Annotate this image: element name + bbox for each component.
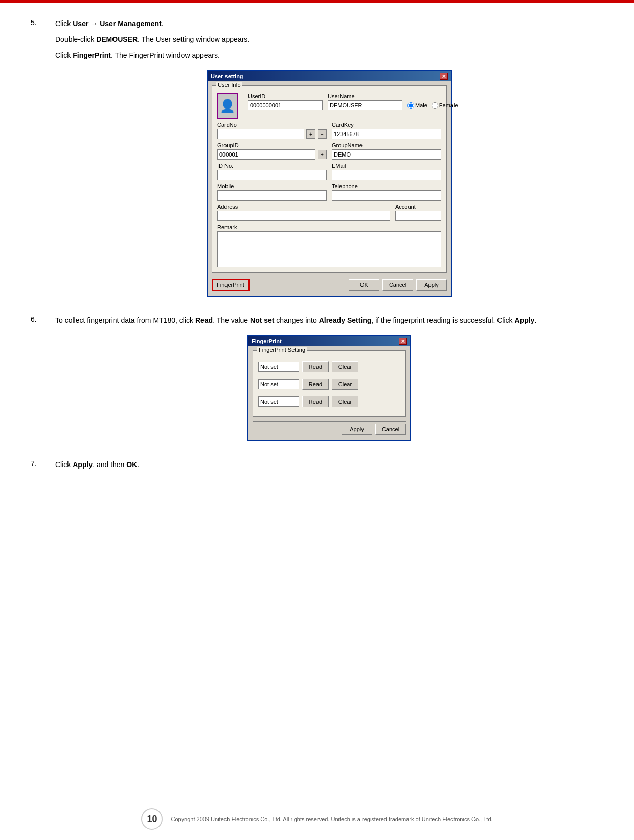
step-7: 7. Click Apply, and then OK. xyxy=(31,459,603,475)
step-6: 6. To collect fingerprint data from MT18… xyxy=(31,315,603,445)
user-info-row2: CardNo + − CardKey xyxy=(217,122,441,139)
cardkey-label: CardKey xyxy=(332,122,441,128)
fingerprint-body: FingerPrint Setting Read Clear Read Clea… xyxy=(248,346,410,440)
copyright-text: Copyright 2009 Unitech Electronics Co., … xyxy=(171,816,492,822)
groupid-col: GroupID + xyxy=(217,142,327,160)
gender-female-input[interactable] xyxy=(432,102,438,109)
groupname-field-group: GroupName xyxy=(332,142,441,160)
step-number-7: 7. xyxy=(31,459,47,468)
user-info-group: User Info 👤 UserID UserName xyxy=(212,85,447,273)
user-setting-close-btn[interactable]: ✕ xyxy=(440,73,448,80)
remark-textarea[interactable] xyxy=(217,231,441,267)
groupid-row: + xyxy=(217,149,327,160)
user-info-row3: GroupID + GroupName xyxy=(217,142,441,160)
account-field-group: Account xyxy=(395,204,441,221)
cardkey-field-group: CardKey xyxy=(332,122,441,139)
mobile-input[interactable] xyxy=(217,190,327,201)
email-field-group: EMail xyxy=(332,163,441,180)
cardno-field-group: CardNo + − xyxy=(217,122,327,139)
gender-female-label: Female xyxy=(439,102,458,108)
address-input[interactable] xyxy=(217,211,390,221)
fp-clear-btn-2[interactable]: Clear xyxy=(332,379,358,390)
user-setting-footer: FingerPrint OK Cancel Apply xyxy=(212,277,447,292)
user-info-row5: Mobile Telephone xyxy=(217,183,441,201)
fp-cancel-btn[interactable]: Cancel xyxy=(375,424,406,435)
step-number-6: 6. xyxy=(31,315,47,323)
idno-field-group: ID No. xyxy=(217,163,327,180)
email-label: EMail xyxy=(332,163,441,169)
account-input[interactable] xyxy=(395,211,441,221)
mobile-label: Mobile xyxy=(217,183,327,189)
top-red-bar xyxy=(0,0,634,3)
cardno-col: CardNo + − xyxy=(217,122,327,139)
telephone-input[interactable] xyxy=(332,190,441,201)
fp-read-btn-2[interactable]: Read xyxy=(302,379,329,390)
fingerprint-dialog-container: FingerPrint ✕ FingerPrint Setting Read C… xyxy=(55,331,603,445)
ok-button[interactable]: OK xyxy=(349,279,379,291)
fp-value-3[interactable] xyxy=(258,396,299,407)
user-info-row1: 👤 UserID UserName xyxy=(217,93,441,119)
user-setting-dialog: User setting ✕ User Info 👤 UserID xyxy=(207,70,452,297)
user-info-row4: ID No. EMail xyxy=(217,163,441,180)
username-input[interactable] xyxy=(328,100,402,110)
cardno-row: + − xyxy=(217,129,327,139)
remark-label: Remark xyxy=(217,224,441,230)
user-setting-title: User setting xyxy=(211,73,243,79)
cancel-button[interactable]: Cancel xyxy=(382,279,413,291)
cardno-input[interactable] xyxy=(217,129,304,139)
groupid-plus-btn[interactable]: + xyxy=(318,150,327,159)
fingerprint-button[interactable]: FingerPrint xyxy=(212,279,250,291)
step-6-line-1: To collect fingerprint data from MT180, … xyxy=(55,315,603,326)
userid-input[interactable] xyxy=(248,100,323,110)
gender-male-radio[interactable]: Male xyxy=(407,102,427,109)
fp-row-1: Read Clear xyxy=(258,361,400,372)
address-label: Address xyxy=(217,204,390,210)
groupname-input[interactable] xyxy=(332,149,441,160)
user-setting-titlebar: User setting ✕ xyxy=(208,71,451,81)
groupid-field-group: GroupID + xyxy=(217,142,327,160)
fp-apply-btn[interactable]: Apply xyxy=(342,424,372,435)
idno-input[interactable] xyxy=(217,170,327,180)
user-avatar: 👤 xyxy=(217,93,238,119)
fp-value-1[interactable] xyxy=(258,362,299,372)
fingerprint-dialog: FingerPrint ✕ FingerPrint Setting Read C… xyxy=(247,335,411,441)
fp-setting-group: FingerPrint Setting Read Clear Read Clea… xyxy=(253,350,406,417)
fingerprint-title: FingerPrint xyxy=(252,338,282,344)
fingerprint-close-btn[interactable]: ✕ xyxy=(399,338,407,345)
fp-clear-btn-3[interactable]: Clear xyxy=(332,396,358,407)
fp-dialog-footer: Apply Cancel xyxy=(253,421,406,436)
page-number: 10 xyxy=(147,814,157,825)
cardkey-col: CardKey xyxy=(332,122,441,139)
gender-male-input[interactable] xyxy=(407,102,414,109)
cardno-minus-btn[interactable]: − xyxy=(318,129,327,139)
cardkey-input[interactable] xyxy=(332,129,441,139)
page-number-circle: 10 xyxy=(141,808,163,830)
step-5: 5. Click User → User Management. Double-… xyxy=(31,18,603,301)
username-field-group: UserName xyxy=(328,93,402,110)
step-7-content: Click Apply, and then OK. xyxy=(55,459,603,475)
user-info-title: User Info xyxy=(216,82,242,88)
fp-read-btn-1[interactable]: Read xyxy=(302,361,329,372)
username-label: UserName xyxy=(328,93,402,99)
userid-label: UserID xyxy=(248,93,323,99)
gender-female-radio[interactable]: Female xyxy=(432,102,458,109)
fp-clear-btn-1[interactable]: Clear xyxy=(332,361,358,372)
user-info-row6: Address Account xyxy=(217,204,441,221)
step-7-line-1: Click Apply, and then OK. xyxy=(55,459,603,470)
gender-group: Male Female xyxy=(407,100,458,110)
groupid-input[interactable] xyxy=(217,149,315,160)
groupid-label: GroupID xyxy=(217,142,327,148)
groupname-label: GroupName xyxy=(332,142,441,148)
address-field-group: Address xyxy=(217,204,390,221)
cardno-plus-btn[interactable]: + xyxy=(306,129,315,139)
account-label: Account xyxy=(395,204,441,210)
gender-male-label: Male xyxy=(415,102,427,108)
apply-button[interactable]: Apply xyxy=(416,279,447,291)
fp-value-2[interactable] xyxy=(258,379,299,389)
remark-field-group: Remark xyxy=(217,224,441,267)
fp-read-btn-3[interactable]: Read xyxy=(302,396,329,407)
fp-setting-title: FingerPrint Setting xyxy=(257,347,307,353)
userid-field-group: UserID xyxy=(248,93,323,110)
email-input[interactable] xyxy=(332,170,441,180)
mobile-field-group: Mobile xyxy=(217,183,327,201)
